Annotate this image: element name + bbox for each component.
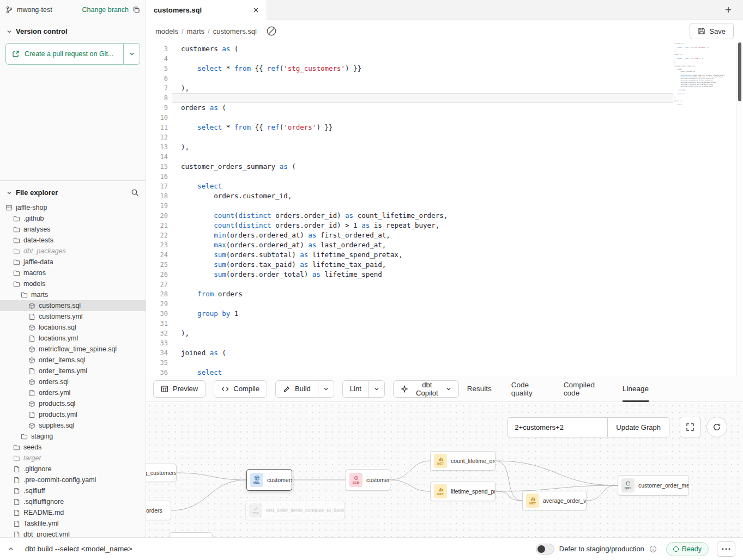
lineage-node-lifetime_spend_pretax[interactable]: METlifetime_spend_pretax	[430, 482, 496, 501]
breadcrumb-marts[interactable]: marts	[187, 27, 205, 35]
lineage-search-input[interactable]	[508, 418, 607, 437]
code-line-12[interactable]: 12	[146, 132, 743, 142]
copy-branch-icon[interactable]	[132, 6, 140, 14]
file-explorer-item-locations.yml[interactable]: locations.yml	[0, 333, 146, 344]
file-explorer-item-target[interactable]: target	[0, 453, 146, 464]
slash-circle-icon[interactable]	[264, 24, 279, 38]
editor-scrollbar[interactable]	[736, 42, 743, 376]
code-line-5[interactable]: 5 select * from {{ ref('stg_customers') …	[146, 64, 743, 74]
preview-button[interactable]: Preview	[153, 380, 206, 398]
file-explorer-item-customers.yml[interactable]: customers.yml	[0, 311, 146, 322]
lineage-node-orders[interactable]: MDLorders	[146, 501, 171, 520]
file-explorer-item-analyses[interactable]: analyses	[0, 224, 146, 235]
lineage-node-count_lifetime_orders[interactable]: METcount_lifetime_orders	[430, 451, 496, 471]
build-button[interactable]: Build	[275, 380, 318, 398]
code-line-3[interactable]: 3customers as (	[146, 44, 743, 54]
file-explorer-item-.sqlfluffignore[interactable]: .sqlfluffignore	[0, 496, 146, 507]
file-explorer-item-jaffle-shop[interactable]: jaffle-shop	[0, 202, 146, 213]
lineage-node-test_order_items[interactable]: TSTtest_order_items_compute_to_bools...	[245, 501, 345, 520]
more-options-button[interactable]	[717, 541, 735, 557]
file-explorer-item-marts[interactable]: marts	[0, 289, 146, 300]
code-line-14[interactable]: 14	[146, 152, 743, 162]
file-explorer-item-locations.sql[interactable]: locations.sql	[0, 322, 146, 333]
tab-code-quality[interactable]: Code quality	[511, 376, 544, 402]
fullscreen-button[interactable]	[680, 417, 700, 437]
code-line-33[interactable]: 33	[146, 338, 743, 348]
save-button[interactable]: Save	[690, 23, 734, 39]
code-line-13[interactable]: 13),	[146, 142, 743, 152]
code-line-4[interactable]: 4	[146, 54, 743, 64]
dbt-copilot-button[interactable]: dbt Copilot	[393, 380, 459, 398]
file-explorer-item-supplies.sql[interactable]: supplies.sql	[0, 420, 146, 431]
code-line-24[interactable]: 24 sum(orders.subtotal) as lifetime_spen…	[146, 250, 743, 260]
file-explorer-item-order_items.sql[interactable]: order_items.sql	[0, 355, 146, 366]
info-icon[interactable]	[649, 545, 657, 553]
file-explorer-item-products.sql[interactable]: products.sql	[0, 398, 146, 409]
search-icon[interactable]	[131, 188, 139, 197]
code-line-11[interactable]: 11 select * from {{ ref('orders') }}	[146, 123, 743, 132]
code-line-28[interactable]: 28 from orders	[146, 289, 743, 299]
file-explorer-item-order_items.yml[interactable]: order_items.yml	[0, 366, 146, 376]
code-line-30[interactable]: 30 group by 1	[146, 309, 743, 319]
compile-button[interactable]: Compile	[214, 380, 267, 398]
lineage-node-average_order_value[interactable]: METaverage_order_value	[522, 491, 587, 510]
code-line-17[interactable]: 17 select	[146, 181, 743, 191]
code-line-34[interactable]: 34joined as (	[146, 348, 743, 358]
tab-compiled-code[interactable]: Compiled code	[564, 376, 603, 402]
code-line-27[interactable]: 27	[146, 279, 743, 289]
minimap[interactable]: customers as ( select * from {{ ref('stg…	[674, 43, 730, 108]
code-line-25[interactable]: 25 sum(orders.tax_paid) as lifetime_tax_…	[146, 260, 743, 270]
file-explorer-item-models[interactable]: models	[0, 278, 146, 289]
tab-lineage[interactable]: Lineage	[623, 376, 649, 402]
code-editor[interactable]: 3customers as (45 select * from {{ ref('…	[146, 42, 743, 376]
file-explorer-item-staging[interactable]: staging	[0, 431, 146, 442]
code-line-15[interactable]: 15customer_orders_summary as (	[146, 162, 743, 172]
code-line-7[interactable]: 7),	[146, 83, 743, 93]
file-explorer-item-data-tests[interactable]: data-tests	[0, 235, 146, 246]
close-icon[interactable]	[253, 7, 259, 13]
code-line-19[interactable]: 19	[146, 201, 743, 211]
code-line-10[interactable]: 10	[146, 113, 743, 123]
file-explorer-item-macros[interactable]: macros	[0, 267, 146, 278]
refresh-button[interactable]	[706, 417, 727, 437]
create-pr-button[interactable]: Create a pull request on Git...	[5, 43, 124, 65]
build-dropdown-button[interactable]	[318, 380, 334, 398]
file-explorer-item-.sqlfluff[interactable]: .sqlfluff	[0, 485, 146, 496]
code-line-21[interactable]: 21 count(distinct orders.order_id) > 1 a…	[146, 221, 743, 230]
chevron-up-icon[interactable]	[8, 546, 14, 552]
file-explorer-item-Taskfile.yml[interactable]: Taskfile.yml	[0, 518, 146, 529]
chevron-down-icon[interactable]	[7, 190, 12, 196]
scrollbar-thumb[interactable]	[738, 42, 741, 101]
code-line-8[interactable]: 8	[146, 93, 743, 103]
lineage-node-customers_sem[interactable]: SEMcustomers	[346, 469, 390, 491]
file-explorer-item-products.yml[interactable]: products.yml	[0, 409, 146, 420]
code-line-32[interactable]: 32),	[146, 328, 743, 338]
file-explorer-item-customers.sql[interactable]: customers.sql	[0, 300, 146, 311]
lineage-node-partial_node[interactable]	[169, 532, 213, 537]
code-line-29[interactable]: 29	[146, 299, 743, 309]
code-line-18[interactable]: 18 orders.customer_id,	[146, 191, 743, 201]
lineage-node-stg_customers[interactable]: MDLstg_customers	[146, 464, 177, 482]
update-graph-button[interactable]: Update Graph	[607, 418, 669, 437]
code-line-31[interactable]: 31	[146, 319, 743, 328]
code-line-22[interactable]: 22 min(orders.ordered_at) as first_order…	[146, 230, 743, 240]
lineage-node-customers_mdl[interactable]: MDLcustomers	[246, 469, 292, 491]
status-badge[interactable]: Ready	[666, 542, 709, 556]
file-explorer-item-dbt_packages[interactable]: dbt_packages	[0, 246, 146, 257]
file-explorer-item-seeds[interactable]: seeds	[0, 442, 146, 453]
tab-results[interactable]: Results	[467, 376, 492, 402]
code-line-26[interactable]: 26 sum(orders.order_total) as lifetime_s…	[146, 270, 743, 279]
lint-dropdown-button[interactable]	[369, 380, 385, 398]
code-line-9[interactable]: 9orders as (	[146, 103, 743, 113]
file-explorer-item-README.md[interactable]: README.md	[0, 507, 146, 518]
code-line-16[interactable]: 16	[146, 172, 743, 181]
file-explorer-item-jaffle-data[interactable]: jaffle-data	[0, 257, 146, 267]
change-branch-link[interactable]: Change branch	[82, 6, 129, 14]
lineage-node-customer_order_metrics[interactable]: QRYcustomer_order_metrics	[618, 475, 689, 496]
create-pr-dropdown-button[interactable]	[124, 43, 140, 65]
file-explorer-item-dbt_project.yml[interactable]: dbt_project.yml	[0, 529, 146, 537]
file-explorer-item-.github[interactable]: .github	[0, 213, 146, 224]
chevron-down-icon[interactable]	[7, 29, 12, 34]
new-tab-button[interactable]	[721, 3, 735, 17]
code-line-23[interactable]: 23 max(orders.ordered_at) as last_ordere…	[146, 240, 743, 250]
